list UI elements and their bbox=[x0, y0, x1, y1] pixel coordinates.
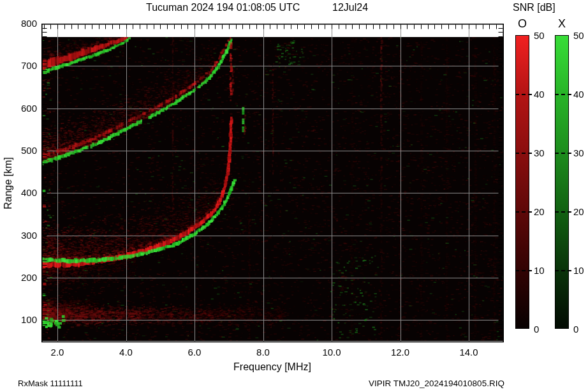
x-mode-colorbar bbox=[555, 35, 569, 329]
x-tick-label: 12.0 bbox=[385, 347, 416, 358]
page-title: Tucuman 2024 194 01:08:05 UTC bbox=[146, 2, 300, 13]
y-tick-label: 800 bbox=[10, 18, 37, 29]
o-colorbar-tick-label: 30 bbox=[534, 147, 550, 158]
ionogram-page: Tucuman 2024 194 01:08:05 UTC 12Jul24 SN… bbox=[0, 0, 588, 392]
colorbar-tick-dash bbox=[515, 270, 532, 271]
o-mode-colorbar bbox=[515, 35, 529, 329]
x-tick-label: 10.0 bbox=[316, 347, 348, 358]
x-tick-label: 14.0 bbox=[453, 347, 485, 358]
title-date: 12Jul24 bbox=[332, 2, 368, 13]
o-colorbar-tick-label: 10 bbox=[534, 265, 550, 276]
colorbar-tick-dash bbox=[555, 94, 571, 95]
y-tick-label: 200 bbox=[10, 272, 37, 283]
o-colorbar-tick-label: 40 bbox=[534, 89, 550, 100]
x-colorbar-tick-label: 50 bbox=[573, 30, 588, 41]
colorbar-tick-dash bbox=[555, 153, 571, 154]
o-colorbar-tick-label: 50 bbox=[534, 30, 550, 41]
y-tick-label: 100 bbox=[10, 314, 37, 325]
footer-filename: VIPIR TMJ20_2024194010805.RIQ bbox=[369, 379, 504, 388]
colorbar-title: SNR [dB] bbox=[513, 2, 555, 13]
y-tick-label: 500 bbox=[10, 145, 37, 156]
x-axis-label: Frequency [MHz] bbox=[233, 361, 311, 373]
colorbar-tick-dash bbox=[515, 211, 532, 213]
x-colorbar-tick-label: 10 bbox=[573, 265, 588, 276]
x-tick-label: 4.0 bbox=[110, 347, 142, 358]
colorbar-tick-dash bbox=[555, 270, 571, 271]
x-mode-header: X bbox=[554, 17, 570, 31]
footer-rxmask: RxMask 11111111 bbox=[18, 379, 83, 388]
o-colorbar-tick-label: 0 bbox=[534, 324, 550, 335]
x-tick-label: 8.0 bbox=[247, 347, 279, 358]
x-tick-label: 6.0 bbox=[179, 347, 210, 358]
y-tick-label: 700 bbox=[10, 60, 37, 71]
o-colorbar-tick-label: 20 bbox=[534, 206, 550, 217]
y-tick-label: 600 bbox=[10, 103, 37, 114]
x-tick-label: 2.0 bbox=[41, 347, 73, 358]
x-colorbar-tick-label: 40 bbox=[573, 89, 588, 100]
y-tick-label: 300 bbox=[10, 230, 37, 241]
o-mode-header: O bbox=[515, 17, 530, 31]
colorbar-tick-dash bbox=[555, 211, 571, 213]
colorbar-tick-dash bbox=[515, 94, 532, 95]
x-colorbar-tick-label: 30 bbox=[573, 147, 588, 158]
ionogram-plot-canvas bbox=[0, 0, 588, 392]
y-axis-label: Range [km] bbox=[3, 157, 14, 209]
y-tick-label: 400 bbox=[10, 187, 37, 198]
x-colorbar-tick-label: 20 bbox=[573, 206, 588, 217]
colorbar-tick-dash bbox=[515, 153, 532, 154]
x-colorbar-tick-label: 0 bbox=[573, 324, 588, 335]
